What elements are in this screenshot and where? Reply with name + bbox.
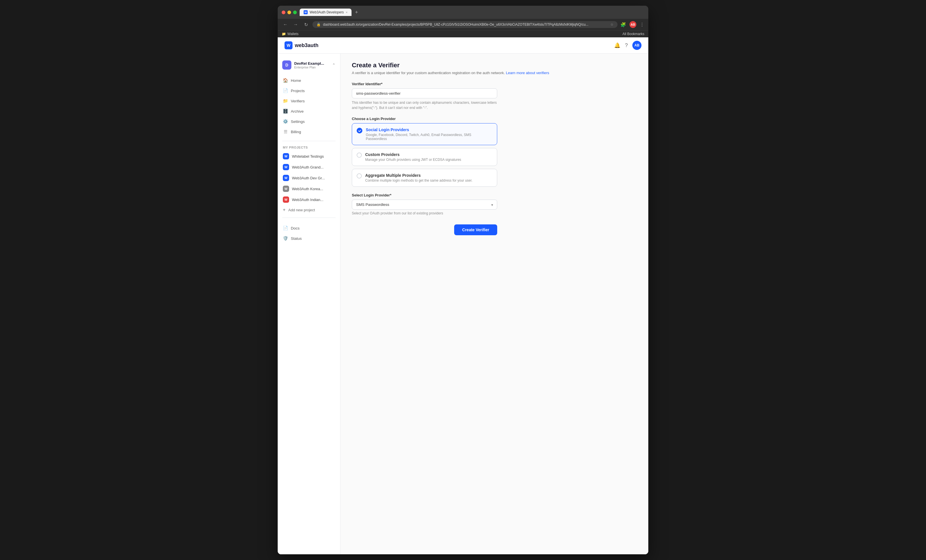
project-item-korea[interactable]: W Web3Auth Korea... xyxy=(278,183,340,194)
help-icon[interactable]: ? xyxy=(625,42,628,48)
project-avatar: W xyxy=(283,164,289,170)
tab-title: Web3Auth Developers xyxy=(310,10,344,14)
main-content: Create a Verifier A verifier is a unique… xyxy=(340,54,648,554)
active-tab[interactable]: W Web3Auth Developers × xyxy=(300,9,351,16)
sidebar-item-verifiers[interactable]: 📁 Verifiers xyxy=(278,96,340,106)
provider-select[interactable]: SMS Passwordless Google Facebook Discord… xyxy=(352,200,497,210)
custom-radio xyxy=(357,153,362,158)
user-avatar[interactable]: AB xyxy=(632,41,642,50)
custom-provider-info: Custom Providers Manage your OAuth provi… xyxy=(365,152,461,162)
forward-button[interactable]: → xyxy=(292,22,300,27)
sidebar-item-label: Billing xyxy=(291,130,301,134)
maximize-traffic-light[interactable] xyxy=(293,11,297,14)
verifiers-icon: 📁 xyxy=(283,98,288,103)
aggregate-provider-info: Aggregate Multiple Providers Combine mul… xyxy=(365,173,472,183)
app-header: W web3auth 🔔 ? AB xyxy=(278,37,648,54)
project-name: Whitelabel Testings xyxy=(292,154,324,159)
sidebar-item-docs[interactable]: 📄 Docs xyxy=(278,223,340,233)
social-provider-title: Social Login Providers xyxy=(366,127,492,132)
org-info: DevRel Exampl... Enterprise Plan xyxy=(294,61,329,69)
project-avatar: W xyxy=(283,186,289,192)
check-icon xyxy=(357,128,362,133)
sidebar-nav: 🏠 Home 📄 Projects 📁 Verifiers 🗄️ Archive xyxy=(278,74,340,138)
sidebar-divider xyxy=(282,141,336,141)
projects-icon: 📄 xyxy=(283,88,288,93)
page-description: A verifier is a unique identifier for yo… xyxy=(352,71,637,75)
wallets-bookmark[interactable]: 📁 Wallets xyxy=(282,32,298,36)
status-icon: 🛡️ xyxy=(283,236,288,241)
extensions-icon[interactable]: 🧩 xyxy=(620,22,626,27)
user-avatar-toolbar[interactable]: AB xyxy=(629,21,636,28)
social-provider-info: Social Login Providers Google, Facebook,… xyxy=(366,127,492,141)
new-tab-button[interactable]: + xyxy=(353,9,360,15)
sidebar-item-settings[interactable]: ⚙️ Settings xyxy=(278,117,340,127)
project-avatar: W xyxy=(283,175,289,181)
sidebar-item-label: Home xyxy=(291,79,301,83)
provider-option-aggregate[interactable]: Aggregate Multiple Providers Combine mul… xyxy=(352,169,497,187)
folder-icon: 📁 xyxy=(282,32,286,36)
app-logo: W web3auth xyxy=(284,41,318,49)
project-avatar: W xyxy=(283,197,289,203)
project-item-devgr[interactable]: W Web3Auth Dev Gr... xyxy=(278,173,340,183)
star-icon[interactable]: ☆ xyxy=(610,23,614,27)
sidebar-item-projects[interactable]: 📄 Projects xyxy=(278,86,340,96)
verifier-identifier-section: Verifier Identifier* This identifier has… xyxy=(352,82,637,110)
sidebar-item-status[interactable]: 🛡️ Status xyxy=(278,233,340,244)
toolbar-right: 🧩 AB ⋮ xyxy=(620,21,644,28)
sidebar-item-label: Docs xyxy=(291,226,300,230)
minimize-traffic-light[interactable] xyxy=(287,11,291,14)
docs-icon: 📄 xyxy=(283,226,288,231)
home-icon: 🏠 xyxy=(283,78,288,83)
select-wrapper: SMS Passwordless Google Facebook Discord… xyxy=(352,200,497,210)
close-traffic-light[interactable] xyxy=(282,11,285,14)
aggregate-provider-desc: Combine multiple login methods to get th… xyxy=(365,179,472,183)
app-container: W web3auth 🔔 ? AB D DevRel Exampl... Ent… xyxy=(278,37,648,554)
project-name: Web3Auth Dev Gr... xyxy=(292,176,325,180)
create-verifier-button[interactable]: Create Verifier xyxy=(454,224,497,235)
reload-button[interactable]: ↻ xyxy=(302,22,310,27)
wallets-label: Wallets xyxy=(287,32,298,36)
project-avatar: W xyxy=(283,153,289,159)
address-bar[interactable]: 🔒 dashboard.web3auth.io/organization/Dev… xyxy=(312,21,617,28)
plus-icon: + xyxy=(283,207,285,212)
tab-bar: W Web3Auth Developers × + xyxy=(300,9,633,16)
sidebar-item-label: Settings xyxy=(291,120,305,124)
add-project-button[interactable]: + Add new project xyxy=(278,205,340,215)
project-item-whitelabel[interactable]: W Whitelabel Testings xyxy=(278,151,340,162)
provider-option-social[interactable]: Social Login Providers Google, Facebook,… xyxy=(352,123,497,145)
menu-icon[interactable]: ⋮ xyxy=(640,22,644,27)
learn-more-link[interactable]: Learn more about verifiers xyxy=(506,71,549,75)
create-btn-wrapper: Create Verifier xyxy=(352,221,497,235)
logo-text: web3auth xyxy=(295,42,318,48)
sidebar-item-label: Status xyxy=(291,236,302,241)
add-project-label: Add new project xyxy=(288,208,315,212)
select-provider-label: Select Login Provider* xyxy=(352,193,637,197)
provider-option-custom[interactable]: Custom Providers Manage your OAuth provi… xyxy=(352,148,497,166)
all-bookmarks[interactable]: All Bookmarks xyxy=(622,32,644,36)
social-provider-desc: Google, Facebook, Discord, Twitch, Auth0… xyxy=(366,133,492,141)
bell-icon[interactable]: 🔔 xyxy=(614,42,620,48)
aggregate-provider-title: Aggregate Multiple Providers xyxy=(365,173,472,178)
project-name: Web3Auth Grand... xyxy=(292,165,324,170)
traffic-lights xyxy=(282,11,297,14)
sidebar-item-label: Projects xyxy=(291,89,305,93)
lock-icon: 🔒 xyxy=(316,23,321,27)
project-item-india[interactable]: W Web3Auth Indian... xyxy=(278,194,340,205)
org-avatar: D xyxy=(282,61,291,70)
sidebar-item-home[interactable]: 🏠 Home xyxy=(278,75,340,86)
project-item-grand[interactable]: W Web3Auth Grand... xyxy=(278,162,340,173)
login-provider-section: Choose a Login Provider Social Login Pro… xyxy=(352,117,637,187)
archive-icon: 🗄️ xyxy=(283,109,288,114)
sidebar-item-archive[interactable]: 🗄️ Archive xyxy=(278,106,340,117)
sidebar: D DevRel Exampl... Enterprise Plan ⌃ 🏠 H… xyxy=(278,54,340,554)
header-right: 🔔 ? AB xyxy=(614,41,642,50)
back-button[interactable]: ← xyxy=(282,22,289,27)
browser-window: W Web3Auth Developers × + ← → ↻ 🔒 dashbo… xyxy=(278,6,648,554)
settings-icon: ⚙️ xyxy=(283,119,288,124)
verifier-identifier-input[interactable] xyxy=(352,88,497,98)
sidebar-item-billing[interactable]: ☰ Billing xyxy=(278,127,340,137)
org-selector[interactable]: D DevRel Exampl... Enterprise Plan ⌃ xyxy=(278,58,340,72)
tab-close-icon[interactable]: × xyxy=(346,11,348,14)
logo-icon: W xyxy=(284,41,292,49)
project-name: Web3Auth Indian... xyxy=(292,198,323,202)
